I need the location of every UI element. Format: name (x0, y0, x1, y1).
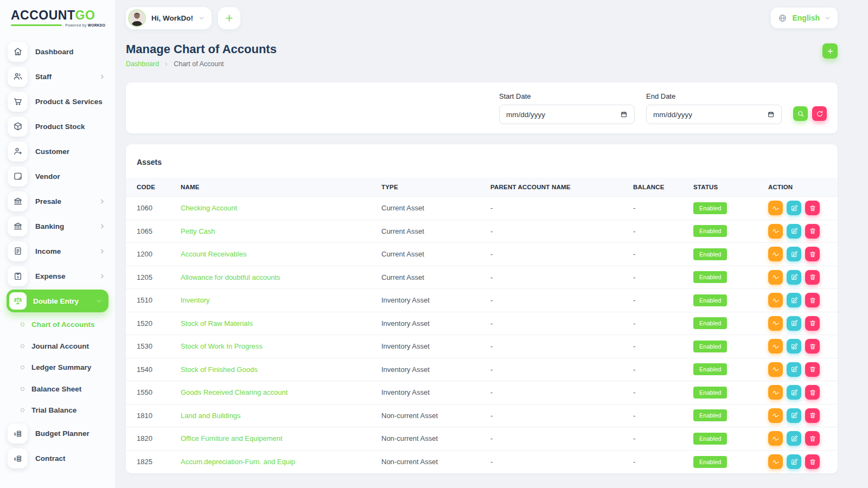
delete-button[interactable] (805, 293, 820, 307)
sidebar-item-chart-of-accounts[interactable]: Chart of Accounts (7, 314, 111, 336)
edit-button[interactable] (787, 339, 801, 354)
sidebar-item-product-services[interactable]: Product & Services (7, 89, 111, 114)
chart-action-button[interactable] (768, 224, 783, 239)
account-name-link[interactable]: Allowance for doubtful accounts (181, 273, 280, 281)
sidebar-item-income[interactable]: Income (7, 239, 111, 264)
cell-type: Inventory Asset (375, 289, 484, 312)
sidebar-item-banking[interactable]: Banking (7, 214, 111, 239)
delete-button[interactable] (805, 224, 820, 239)
search-button[interactable] (793, 106, 808, 121)
delete-button[interactable] (805, 431, 820, 446)
chart-action-button[interactable] (768, 247, 783, 261)
edit-button[interactable] (787, 270, 801, 285)
sidebar-item-label: Dashboard (35, 48, 111, 56)
edit-button[interactable] (787, 431, 801, 446)
chart-action-button[interactable] (768, 385, 783, 400)
breadcrumb-dashboard-link[interactable]: Dashboard (126, 60, 159, 68)
sidebar-item-expense[interactable]: $ Expense (7, 264, 111, 288)
sidebar-item-contract[interactable]: $ Contract (7, 446, 111, 471)
cell-balance: - (627, 312, 687, 335)
trash-icon (809, 365, 816, 373)
account-name-link[interactable]: Land and Buildings (181, 412, 241, 420)
edit-button[interactable] (787, 385, 801, 400)
sidebar-item-journal-account[interactable]: Journal Account (7, 336, 111, 357)
sidebar-item-product-stock[interactable]: Product Stock (7, 114, 111, 139)
delete-button[interactable] (805, 201, 820, 215)
user-menu-button[interactable]: Hi, WorkDo! (126, 7, 212, 29)
account-name-link[interactable]: Goods Received Clearing account (181, 388, 288, 396)
home-icon (8, 42, 28, 62)
account-name-link[interactable]: Stock of Raw Materials (181, 319, 253, 328)
row-actions (768, 224, 831, 239)
chart-action-button[interactable] (768, 293, 783, 307)
sidebar-item-staff[interactable]: Staff (7, 64, 111, 89)
account-name-link[interactable]: Stock of Finished Goods (181, 365, 258, 374)
account-name-link[interactable]: Stock of Work In Progress (181, 342, 263, 350)
chart-action-button[interactable] (768, 454, 783, 469)
cell-balance: - (627, 220, 687, 243)
sidebar-item-dashboard[interactable]: Dashboard (7, 39, 111, 64)
sidebar-item-vendor[interactable]: Vendor (7, 164, 111, 189)
delete-button[interactable] (805, 270, 820, 285)
sidebar-item-balance-sheet[interactable]: Balance Sheet (7, 378, 111, 400)
edit-button[interactable] (787, 362, 801, 377)
chart-action-button[interactable] (768, 408, 783, 423)
chart-action-button[interactable] (768, 339, 783, 354)
cell-balance: - (627, 381, 687, 404)
delete-button[interactable] (805, 385, 820, 400)
account-name-link[interactable]: Accum.depreciation-Furn. and Equip (181, 458, 295, 466)
filter-buttons (793, 106, 827, 121)
chart-action-button[interactable] (768, 201, 783, 215)
cell-parent: - (484, 404, 627, 427)
account-name-link[interactable]: Account Receivables (181, 250, 246, 258)
brand-logo-text: ACCOUNTGO (11, 8, 105, 23)
chart-action-button[interactable] (768, 362, 783, 377)
account-name-link[interactable]: Inventory (181, 296, 209, 304)
chart-action-button[interactable] (768, 431, 783, 446)
edit-button[interactable] (787, 201, 801, 215)
chart-action-button[interactable] (768, 316, 783, 331)
account-name-link[interactable]: Petty Cash (181, 227, 215, 235)
start-date-input[interactable]: mm/dd/yyyy (499, 105, 635, 124)
edit-icon (790, 204, 798, 212)
sidebar-item-budget-planner[interactable]: $ Budget Planner (7, 421, 111, 446)
document-icon (8, 241, 28, 261)
delete-button[interactable] (805, 339, 820, 354)
edit-button[interactable] (787, 316, 801, 331)
cell-balance: - (627, 335, 687, 358)
brand-logo[interactable]: ACCOUNTGO Powered by WORKDO (0, 0, 115, 27)
user-avatar (128, 9, 146, 27)
account-name-link[interactable]: Office Furniture and Equipement (181, 434, 283, 442)
edit-button[interactable] (787, 454, 801, 469)
delete-button[interactable] (805, 247, 820, 261)
sidebar-item-customer[interactable]: Customer (7, 139, 111, 164)
edit-button[interactable] (787, 247, 801, 261)
edit-button[interactable] (787, 224, 801, 239)
edit-button[interactable] (787, 408, 801, 423)
breadcrumb: Dashboard Chart of Account (126, 60, 277, 68)
delete-button[interactable] (805, 362, 820, 377)
reset-button[interactable] (812, 106, 827, 121)
delete-button[interactable] (805, 454, 820, 469)
calendar-icon[interactable] (620, 111, 628, 118)
sidebar-item-trial-balance[interactable]: Trial Balance (7, 400, 111, 421)
account-name-link[interactable]: Checking Account (181, 204, 237, 212)
end-date-input[interactable]: mm/dd/yyyy (646, 105, 782, 124)
cell-type: Inventory Asset (375, 312, 484, 335)
table-row: 1550 Goods Received Clearing account Inv… (126, 381, 838, 404)
delete-button[interactable] (805, 408, 820, 423)
sidebar-item-label: Product & Services (35, 98, 111, 106)
sidebar-item-double-entry[interactable]: Double Entry (7, 290, 108, 312)
sidebar-item-presale[interactable]: Presale (7, 189, 111, 214)
cell-code: 1550 (126, 381, 174, 404)
delete-button[interactable] (805, 316, 820, 331)
chart-action-button[interactable] (768, 270, 783, 285)
calendar-icon[interactable] (767, 111, 775, 118)
create-account-button[interactable] (822, 43, 838, 59)
language-selector[interactable]: English (771, 8, 838, 28)
cell-parent: - (484, 358, 627, 381)
row-actions (768, 454, 831, 469)
edit-button[interactable] (787, 293, 801, 307)
sidebar-item-ledger-summary[interactable]: Ledger Summary (7, 357, 111, 378)
quick-add-button[interactable] (218, 7, 240, 29)
